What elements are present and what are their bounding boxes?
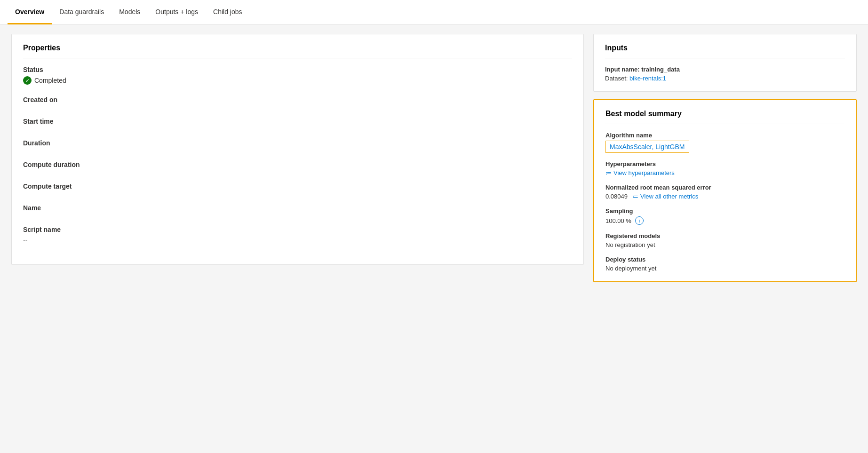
sampling-value: 100.00 % (605, 217, 631, 224)
list-icon: ≔ (605, 169, 612, 176)
created-on-label: Created on (23, 96, 572, 103)
view-all-metrics-link[interactable]: ≔ View all other metrics (632, 193, 698, 200)
created-on-row: Created on (23, 96, 572, 106)
duration-label: Duration (23, 139, 572, 147)
properties-panel: Properties Status ✓ Completed Created on… (11, 34, 584, 265)
compute-target-row: Compute target (23, 183, 572, 193)
input-name-label: Input name: training_data (605, 66, 845, 73)
compute-duration-row: Compute duration (23, 161, 572, 171)
info-icon[interactable]: i (635, 216, 644, 225)
algorithm-name-label: Algorithm name (605, 132, 844, 139)
script-name-label: Script name (23, 226, 572, 233)
inputs-title: Inputs (605, 44, 845, 58)
status-label: Status (23, 66, 572, 73)
tab-overview[interactable]: Overview (8, 0, 52, 24)
input-dataset-row: Dataset: bike-rentals:1 (605, 75, 845, 82)
script-name-value: -- (23, 236, 572, 244)
view-hyperparameters-link[interactable]: ≔ View hyperparameters (605, 169, 844, 176)
properties-title: Properties (23, 44, 572, 58)
registered-models-value: No registration yet (605, 241, 844, 248)
name-label: Name (23, 204, 572, 212)
start-time-row: Start time (23, 118, 572, 128)
registered-models-label: Registered models (605, 232, 844, 239)
deploy-status-block: Deploy status No deployment yet (605, 256, 844, 272)
registered-models-block: Registered models No registration yet (605, 232, 844, 248)
tab-bar: Overview Data guardrails Models Outputs … (0, 0, 868, 24)
metrics-row: 0.08049 ≔ View all other metrics (605, 193, 844, 200)
sampling-label: Sampling (605, 207, 844, 215)
script-name-row: Script name -- (23, 226, 572, 244)
best-model-panel: Best model summary Algorithm name MaxAbs… (593, 99, 857, 282)
sampling-block: Sampling 100.00 % i (605, 207, 844, 225)
start-time-label: Start time (23, 118, 572, 125)
name-row: Name (23, 204, 572, 215)
compute-duration-label: Compute duration (23, 161, 572, 168)
hyperparameters-block: Hyperparameters ≔ View hyperparameters (605, 160, 844, 176)
tab-child-jobs[interactable]: Child jobs (206, 0, 249, 24)
sampling-row: 100.00 % i (605, 216, 844, 225)
tab-outputs-logs[interactable]: Outputs + logs (148, 0, 206, 24)
dataset-link[interactable]: bike-rentals:1 (629, 75, 666, 82)
check-icon: ✓ (23, 76, 32, 85)
inputs-panel: Inputs Input name: training_data Dataset… (593, 34, 857, 92)
status-value: ✓ Completed (23, 76, 572, 85)
right-panel: Inputs Input name: training_data Dataset… (593, 34, 857, 282)
algorithm-block: Algorithm name MaxAbsScaler, LightGBM (605, 132, 844, 153)
tab-data-guardrails[interactable]: Data guardrails (52, 0, 111, 24)
metrics-list-icon: ≔ (632, 193, 638, 200)
compute-target-label: Compute target (23, 183, 572, 190)
deploy-status-label: Deploy status (605, 256, 844, 263)
nrmse-block: Normalized root mean squared error 0.080… (605, 184, 844, 200)
algorithm-name-link[interactable]: MaxAbsScaler, LightGBM (605, 141, 689, 153)
deploy-status-value: No deployment yet (605, 265, 844, 272)
status-row: Status ✓ Completed (23, 66, 572, 85)
best-model-title: Best model summary (605, 110, 844, 124)
main-content: Properties Status ✓ Completed Created on… (0, 24, 868, 292)
nrmse-value: 0.08049 (605, 193, 628, 200)
nrmse-label: Normalized root mean squared error (605, 184, 844, 191)
duration-row: Duration (23, 139, 572, 150)
tab-models[interactable]: Models (111, 0, 148, 24)
hyperparameters-label: Hyperparameters (605, 160, 844, 167)
